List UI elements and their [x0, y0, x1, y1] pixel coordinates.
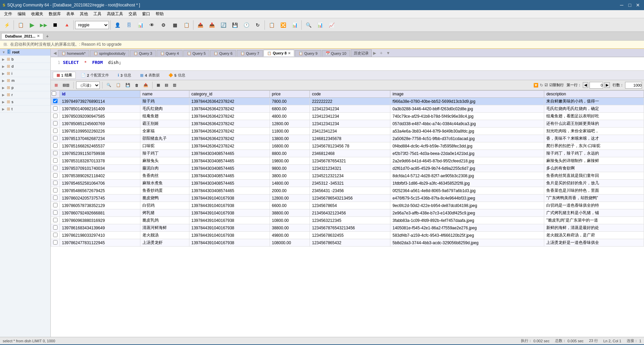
table-row[interactable]: 1397851370462687234 邵阳猪血丸子 1397844263642… — [51, 135, 644, 142]
toolbar-diff-btn[interactable]: 📊 — [315, 20, 325, 30]
table-row[interactable]: 1397850851245600769 霸王别姬 139784426364237… — [51, 120, 644, 128]
row-check-input[interactable] — [53, 143, 58, 148]
rows-input[interactable] — [625, 82, 642, 89]
result-tab-2[interactable]: 📄 2 个配置文件 — [77, 72, 113, 79]
row-checkbox[interactable] — [51, 113, 60, 120]
tree-node-p[interactable]: ▶ ⊞ p — [0, 84, 50, 91]
menu-help[interactable]: 帮助 — [153, 10, 166, 18]
menu-table[interactable]: 表单 — [64, 10, 77, 18]
row-check-input[interactable] — [53, 151, 58, 155]
row-checkbox[interactable] — [51, 239, 60, 247]
row-check-input[interactable] — [53, 196, 58, 200]
header-id[interactable]: id — [60, 91, 140, 98]
row-checkbox[interactable] — [51, 165, 60, 172]
row-check-input[interactable] — [53, 121, 58, 125]
toolbar-import-btn[interactable]: 📥 — [206, 20, 217, 30]
table-row[interactable]: 1397860792492666881 烤乳猪 1397844391040167… — [51, 209, 644, 217]
toolbar-copy-db-btn[interactable]: 📋 — [266, 20, 277, 30]
toolbar-export-btn[interactable]: 📤 — [195, 20, 206, 30]
toolbar-stop-btn[interactable]: ⏹ — [50, 20, 61, 30]
sql-editor[interactable]: 1 SELECT * FROM dish; — [51, 57, 644, 71]
menu-other[interactable]: 其他 — [77, 10, 91, 18]
tree-node-s[interactable]: ▶ ⊞ s — [0, 98, 50, 106]
grid-copy-btn[interactable]: 📋 — [114, 82, 122, 88]
toolbar-compare-btn[interactable]: 🔍 — [303, 20, 314, 30]
row-check-input[interactable] — [53, 158, 58, 163]
toolbar-execute-all-btn[interactable]: ▶▶ — [38, 20, 49, 30]
query-tab-4[interactable]: 📋 Query 4 — [157, 50, 183, 56]
row-check-input[interactable] — [53, 210, 58, 215]
table-row[interactable]: 1397852391150759938 辣子鸡丁 139784430340857… — [51, 150, 644, 157]
row-checkbox[interactable] — [51, 209, 60, 217]
toolbar-profile-btn[interactable]: 🔺 — [61, 20, 72, 30]
row-checkbox[interactable] — [51, 194, 60, 202]
header-description[interactable]: description — [544, 91, 644, 98]
query-tab-homework[interactable]: 📋 homework* — [58, 50, 89, 56]
next-page-btn[interactable]: ▶ — [604, 82, 610, 88]
row-check-input[interactable] — [53, 173, 58, 178]
grid-export-btn[interactable]: 📤 — [142, 82, 150, 88]
toolbar-schema-btn[interactable]: 🗄 — [123, 20, 134, 30]
query-tab-springboot[interactable]: 📋 springbootstudy — [90, 50, 129, 56]
row-check-input[interactable] — [53, 225, 58, 230]
query-tab-8[interactable]: 📋 Query 8 ✕ — [263, 50, 294, 56]
table-row[interactable]: 1397860242057375745 脆皮烧鸭 139784439104016… — [51, 194, 644, 202]
maximize-button[interactable]: □ — [626, 2, 633, 8]
grid-mode-btn[interactable]: ▤▥ — [61, 82, 71, 88]
header-image[interactable]: image — [390, 91, 544, 98]
table-row[interactable]: 1397862198033297410 老火靓汤 139784439104016… — [51, 232, 644, 239]
row-check-input[interactable] — [53, 99, 58, 103]
toolbar-grid-btn[interactable]: ▦ — [169, 20, 180, 30]
header-price[interactable]: price — [270, 91, 310, 98]
query-tab-10[interactable]: 📅 Query 10 — [322, 50, 350, 56]
row-check-input[interactable] — [53, 233, 58, 237]
prev-tabs-btn[interactable]: ◀ — [52, 51, 58, 55]
menu-window[interactable]: 窗口 — [139, 10, 153, 18]
row-check-input[interactable] — [53, 166, 58, 170]
table-row[interactable]: 1397850140982161409 毛氏红烧肉 13978442636423… — [51, 105, 644, 113]
row-checkbox[interactable] — [51, 105, 60, 113]
first-row-input[interactable] — [590, 82, 603, 89]
row-checkbox[interactable] — [51, 172, 60, 180]
toolbar-connect-btn[interactable]: ⚡ — [1, 20, 12, 30]
add-query-tab[interactable]: ＋ — [377, 50, 385, 56]
grid-view-form-btn[interactable]: ▤ — [163, 82, 170, 88]
table-row[interactable]: 1397853183287013378 麻辣兔头 139784430340857… — [51, 157, 644, 165]
tree-node-t[interactable]: ▶ ⊞ t — [0, 106, 50, 113]
result-tab-4[interactable]: ▦ 4 表数据 — [136, 72, 163, 79]
row-check-input[interactable] — [53, 129, 58, 133]
grid-view-text-btn[interactable]: ▥ — [171, 82, 178, 88]
row-checkbox[interactable] — [51, 217, 60, 224]
limit-row-checkbox[interactable]: ☑ — [545, 83, 548, 87]
row-checkbox[interactable] — [51, 120, 60, 128]
toolbar-execute-btn[interactable]: ▶ — [27, 20, 38, 30]
menu-tools[interactable]: 工具 — [91, 10, 104, 18]
row-checkbox[interactable] — [51, 224, 60, 232]
toolbar-analyze-btn[interactable]: 📈 — [326, 20, 337, 30]
menu-favorites[interactable]: 收藏夹 — [28, 10, 46, 18]
row-check-input[interactable] — [53, 240, 58, 245]
database-select[interactable]: reggie — [75, 21, 109, 29]
table-row[interactable]: 1397851099502260226 全家福 1397844263642378… — [51, 128, 644, 135]
menu-edit[interactable]: 编辑 — [15, 10, 28, 18]
prev-page-btn[interactable]: ◀ — [583, 82, 588, 88]
header-code[interactable]: code — [310, 91, 390, 98]
toolbar-view-btn[interactable]: 👁 — [146, 20, 157, 30]
table-row[interactable]: 1397860578738352129 白切鸡 1397844391040167… — [51, 202, 644, 209]
menu-trans[interactable]: 交易 — [126, 10, 139, 18]
table-row[interactable]: 1397849739276890114 辣子鸡 1397844263642378… — [51, 98, 644, 105]
tree-node-root[interactable]: ▼ 🗄 root — [0, 49, 50, 56]
table-row[interactable]: 1397854865672679425 鱼香炒鸡蛋 13978443034085… — [51, 187, 644, 194]
table-row[interactable]: 1397853709101740034 藤泥白肉 139784430340857… — [51, 165, 644, 172]
row-checkbox[interactable] — [51, 150, 60, 157]
menu-file[interactable]: 文件 — [1, 10, 15, 18]
next-tabs-btn[interactable]: ▶ — [372, 51, 377, 55]
header-name[interactable]: name — [140, 91, 189, 98]
grid-view-table-btn[interactable]: ▦ — [155, 82, 162, 88]
toolbar-proc-btn[interactable]: ⚙ — [158, 20, 169, 30]
grid-delete-btn[interactable]: 🗑 — [133, 83, 140, 88]
tree-node-r[interactable]: ▶ ⊞ r — [0, 91, 50, 98]
query8-tab-close[interactable]: ✕ — [288, 51, 291, 55]
row-checkbox[interactable] — [51, 98, 60, 105]
result-tab-1[interactable]: ▦ 1 结果 — [53, 72, 76, 79]
